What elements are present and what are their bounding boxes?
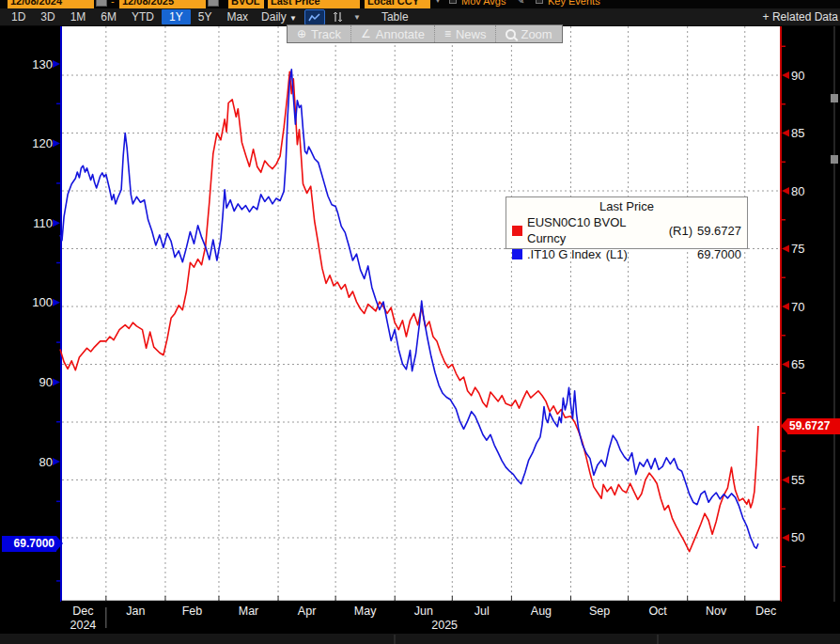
last-price-tag-right: 59.6727 bbox=[787, 418, 840, 434]
x-axis-month-label: Jan bbox=[126, 605, 145, 618]
right-axis-tick-label: 70 bbox=[791, 300, 804, 314]
track-button[interactable]: ⊕ Track bbox=[288, 25, 351, 42]
right-axis-tick-label: 65 bbox=[791, 357, 804, 371]
left-axis-tick-label: 120 bbox=[32, 136, 53, 150]
annotate-button[interactable]: ∠ Annotate bbox=[351, 25, 435, 42]
x-axis-month-label: Feb bbox=[182, 605, 203, 618]
right-axis-tick-arrow bbox=[782, 534, 789, 542]
series-label: .IT10 G Index bbox=[527, 246, 601, 262]
right-axis-tick-label: 75 bbox=[791, 242, 804, 256]
scrollbar-handle[interactable] bbox=[831, 155, 838, 164]
x-axis-month-label: Aug bbox=[531, 605, 552, 618]
left-axis-tick-arrow bbox=[53, 140, 60, 148]
right-axis-tick-arrow bbox=[782, 187, 789, 195]
right-axis-tick-arrow bbox=[782, 476, 789, 483]
x-axis-month-label: Apr bbox=[298, 605, 316, 618]
right-axis-tick-label: 55 bbox=[791, 473, 804, 487]
series-value: 69.7000 bbox=[697, 246, 741, 262]
scrollbar-handle[interactable] bbox=[831, 94, 838, 102]
x-axis-month-label: Sep bbox=[589, 605, 610, 618]
right-axis-tick-label: 50 bbox=[791, 530, 804, 544]
right-axis-tick-arrow bbox=[782, 130, 789, 137]
right-axis-tick-label: 90 bbox=[791, 69, 804, 83]
x-axis-year-label: 2024 bbox=[70, 619, 97, 632]
left-axis-tick-arrow bbox=[53, 458, 60, 465]
x-axis-month-label: Jun bbox=[414, 605, 433, 618]
x-axis-month-label: Dec bbox=[755, 605, 776, 618]
legend-row: .IT10 G Index (L1) 69.7000 bbox=[512, 246, 741, 262]
series-value: 59.6727 bbox=[697, 223, 741, 239]
left-axis-tick-arrow bbox=[53, 219, 60, 227]
series-axis-tag: (L1) bbox=[606, 246, 628, 262]
right-axis-tick-arrow bbox=[782, 303, 789, 310]
series-label: EUSN0C10 BVOL Curncy bbox=[527, 214, 664, 246]
series-swatch-blue bbox=[512, 249, 522, 259]
x-axis-month-label: Dec bbox=[72, 605, 93, 618]
annotate-label: Annotate bbox=[376, 27, 425, 41]
news-button[interactable]: ≡ News bbox=[435, 25, 497, 42]
left-axis-tick-label: 110 bbox=[33, 216, 53, 230]
x-axis-month-label: Mar bbox=[239, 605, 259, 618]
left-axis-tick-label: 100 bbox=[32, 295, 53, 309]
right-axis-tick-label: 85 bbox=[791, 126, 804, 140]
zoom-label: Zoom bbox=[521, 27, 552, 41]
bottom-strip bbox=[0, 634, 840, 644]
news-label: News bbox=[456, 27, 487, 41]
left-axis-tick-label: 80 bbox=[39, 455, 53, 469]
x-axis-month-label: Jul bbox=[474, 605, 490, 618]
right-axis-tick-arrow bbox=[782, 361, 789, 369]
right-axis-tick-arrow bbox=[782, 245, 789, 253]
left-axis-tick-arrow bbox=[53, 378, 60, 385]
last-price-tag-left: 69.7000 bbox=[2, 536, 56, 552]
legend-box[interactable]: Last Price EUSN0C10 BVOL Curncy (R1) 59.… bbox=[506, 196, 748, 249]
left-axis-tick-arrow bbox=[53, 299, 60, 306]
series-axis-tag: (R1) bbox=[669, 223, 692, 239]
price-chart[interactable]: 13012011010090809085807570655550DecJanFe… bbox=[0, 0, 840, 644]
x-axis-month-label: Oct bbox=[648, 605, 667, 618]
magnifier-icon bbox=[506, 29, 516, 39]
legend-title: Last Price bbox=[512, 199, 741, 213]
track-label: Track bbox=[311, 27, 341, 41]
annotate-pencil-icon: ∠ bbox=[361, 28, 371, 39]
left-axis-tick-label: 90 bbox=[39, 375, 53, 389]
left-axis-tick-label: 130 bbox=[32, 57, 53, 71]
chart-tools-overlay: ⊕ Track ∠ Annotate ≡ News Zoom bbox=[287, 24, 563, 43]
left-axis-tick-arrow bbox=[53, 60, 60, 68]
legend-row: EUSN0C10 BVOL Curncy (R1) 59.6727 bbox=[512, 214, 741, 246]
x-axis-year-label: 2025 bbox=[431, 619, 458, 632]
series-swatch-red bbox=[512, 226, 522, 236]
crosshair-icon: ⊕ bbox=[297, 28, 306, 39]
x-axis-month-label: Nov bbox=[706, 605, 727, 618]
zoom-button[interactable]: Zoom bbox=[496, 25, 561, 42]
right-axis-tick-label: 80 bbox=[791, 184, 804, 198]
x-axis-month-label: May bbox=[354, 605, 377, 618]
right-axis-tick-arrow bbox=[782, 71, 789, 79]
news-icon: ≡ bbox=[444, 28, 451, 39]
